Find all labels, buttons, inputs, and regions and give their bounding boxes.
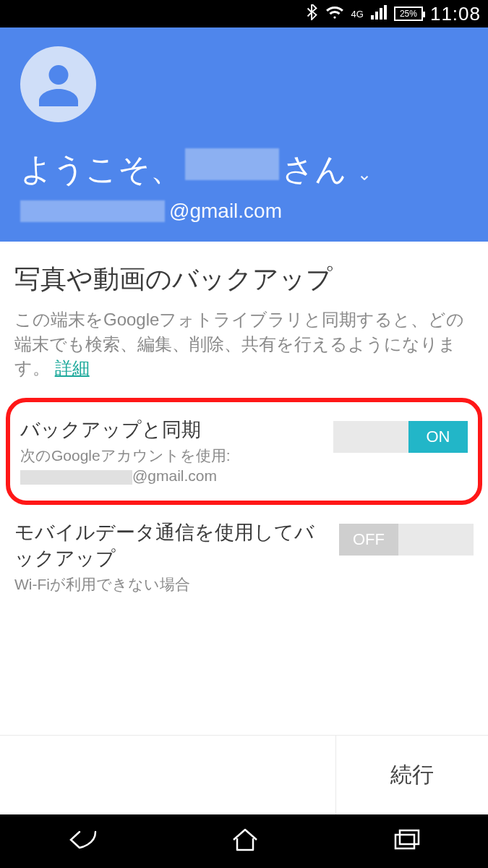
welcome-prefix: ようこそ、 [20,148,182,191]
footer-spacer [0,736,336,814]
section-description: この端末をGoogleフォトライブラリと同期すると、どの端末でも検索、編集、削除… [0,307,488,395]
email-domain: @gmail.com [169,200,282,223]
mobile-data-subtitle: Wi-Fiが利用できない場合 [14,574,325,595]
highlight-annotation: バックアップと同期 次のGoogleアカウントを使用: @gmail.com O… [6,398,482,506]
home-icon[interactable] [231,827,260,856]
backup-sync-subtitle-prefix: 次のGoogleアカウントを使用: [20,447,231,464]
details-link[interactable]: 詳細 [55,358,90,378]
backup-sync-subtitle: 次のGoogleアカウントを使用: @gmail.com [20,446,319,487]
backup-sync-toggle[interactable]: ON [333,421,468,453]
redacted-account-email-local [20,470,132,485]
bluetooth-icon [307,4,318,24]
account-header[interactable]: ようこそ、 さん ⌄ @gmail.com [0,27,488,242]
status-bar: 4G 25% 11:08 [0,0,488,27]
svg-rect-1 [400,830,419,844]
toggle-off-label: OFF [339,524,398,556]
welcome-text: ようこそ、 さん ⌄ [20,148,468,191]
section-title: 写真や動画のバックアップ [0,242,488,307]
content: 写真や動画のバックアップ この端末をGoogleフォトライブラリと同期すると、ど… [0,242,488,814]
mobile-data-title: モバイルデータ通信を使用してバックアップ [14,519,325,571]
setting-backup-sync[interactable]: バックアップと同期 次のGoogleアカウントを使用: @gmail.com O… [10,402,478,501]
recent-apps-icon[interactable] [393,828,421,854]
clock: 11:08 [430,3,481,25]
chevron-down-icon[interactable]: ⌄ [357,164,372,184]
toggle-on-label: ON [408,421,468,453]
network-label: 4G [351,9,364,19]
continue-button[interactable]: 続行 [336,736,488,814]
welcome-suffix: さん [282,148,347,191]
battery-icon: 25% [394,7,423,21]
system-navbar [0,814,488,868]
svg-rect-0 [395,835,414,848]
redacted-username [185,148,279,180]
mobile-data-toggle[interactable]: OFF [339,524,474,556]
setting-mobile-data[interactable]: モバイルデータ通信を使用してバックアップ Wi-Fiが利用できない場合 OFF [0,509,488,606]
redacted-email-local [20,200,165,222]
screen: 4G 25% 11:08 ようこそ、 さん ⌄ @gmail.com 写真や動画… [0,0,488,868]
account-email: @gmail.com [20,200,468,223]
backup-sync-email-domain: @gmail.com [132,467,217,484]
footer: 続行 [0,735,488,814]
avatar [20,46,96,122]
back-icon[interactable] [67,827,98,855]
backup-sync-title: バックアップと同期 [20,417,319,443]
battery-percent: 25% [400,9,417,19]
wifi-icon [325,4,344,24]
signal-icon [371,5,387,23]
